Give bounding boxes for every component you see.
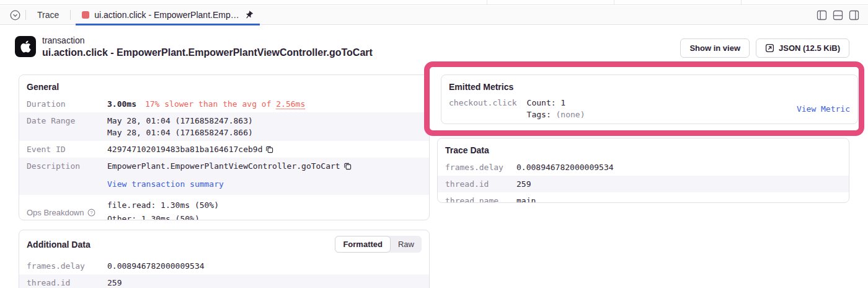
duration-number: 3.00ms (107, 99, 136, 109)
dock-right-button[interactable] (849, 10, 859, 20)
page-title: ui.action.click - EmpowerPlant.EmpowerPl… (42, 47, 373, 58)
toggle-raw-button[interactable]: Raw (391, 236, 422, 253)
metric-tags-value: (none) (556, 110, 585, 119)
copy-icon[interactable] (343, 162, 352, 170)
row-event-id: Event ID 429747102019483ba81ba164617ceb9… (19, 141, 429, 158)
event-id-value: 429747102019483ba81ba164617ceb9d (107, 143, 273, 155)
chevron-down-circle-icon (10, 10, 20, 20)
row-description: Description EmpowerPlant.EmpowerPlantVie… (19, 158, 429, 195)
dock-bottom-button[interactable] (833, 10, 843, 20)
general-section: General Duration 3.00ms17% slower than t… (19, 74, 430, 220)
top-panel-edge (0, 0, 868, 5)
column-divider (487, 0, 487, 5)
description-text: EmpowerPlant.EmpowerPlantViewController.… (107, 161, 340, 171)
drawer-tab-bar: Trace ui.action.click - EmpowerPlant.Emp… (0, 6, 868, 25)
table-row: thread.id 259 (438, 176, 849, 192)
tab-transaction[interactable]: ui.action.click - EmpowerPlant.Emp… (76, 6, 259, 25)
additional-data-section: Additional Data Formatted Raw frames.del… (19, 230, 430, 288)
metric-tags: Tags: (none) (527, 109, 585, 120)
event-type-label: transaction (42, 35, 373, 45)
emitted-metrics-section: Emitted Metrics checkout.click Count: 1 … (441, 74, 858, 124)
column-divider (741, 0, 742, 5)
layout-bottom-icon (833, 10, 843, 20)
column-divider (614, 0, 614, 5)
tab-divider (25, 10, 26, 20)
table-row: frames.delay 0.008946782000009534 (438, 159, 849, 176)
toggle-formatted-button[interactable]: Formatted (335, 236, 391, 253)
json-download-button[interactable]: JSON (12.5 KiB) (756, 38, 849, 58)
platform-apple-icon (15, 36, 36, 57)
dock-left-button[interactable] (817, 10, 827, 20)
layout-right-icon (849, 10, 859, 20)
duration-comparison: 17% slower than the avg of 2.56ms (145, 99, 305, 109)
svg-text:?: ? (90, 210, 92, 215)
row-duration: Duration 3.00ms17% slower than the avg o… (19, 96, 429, 112)
json-button-label: JSON (12.5 KiB) (779, 43, 840, 53)
metric-count: Count: 1 (527, 97, 585, 109)
additional-data-title: Additional Data (27, 240, 91, 250)
row-value: 0.008946782000009534 (516, 161, 614, 173)
tab-divider (70, 10, 71, 20)
emitted-metrics-title: Emitted Metrics (441, 75, 857, 96)
pin-icon[interactable] (244, 11, 254, 20)
transaction-type-dot (82, 11, 89, 19)
help-icon[interactable]: ? (87, 209, 95, 217)
tab-transaction-label: ui.action.click - EmpowerPlant.Emp… (94, 10, 239, 20)
show-in-view-button[interactable]: Show in view (680, 38, 750, 58)
copy-icon[interactable] (265, 145, 273, 153)
layout-left-icon (817, 10, 827, 20)
metric-row: checkout.click Count: 1 Tags: (none) Vie… (441, 96, 857, 124)
table-row: thread.id 259 (19, 274, 429, 288)
date-range-start: May 28, 01:04 (1716858247.863) (107, 115, 253, 127)
row-value: 259 (516, 178, 531, 190)
view-transaction-summary-link[interactable]: View transaction summary (107, 178, 352, 190)
collapse-drawer-button[interactable] (10, 10, 20, 20)
row-key: frames.delay (27, 260, 107, 272)
date-range-value: May 28, 01:04 (1716858247.863) May 28, 0… (107, 115, 253, 138)
duration-value: 3.00ms17% slower than the avg of 2.56ms (107, 98, 305, 110)
row-key: thread.id (27, 277, 107, 288)
row-key: frames.delay (445, 161, 516, 173)
metric-name: checkout.click (449, 97, 517, 109)
description-key: Description (27, 160, 107, 190)
table-row: thread.name main (438, 192, 849, 203)
description-value: EmpowerPlant.EmpowerPlantViewController.… (107, 160, 352, 190)
event-id-key: Event ID (27, 143, 107, 155)
ops-line-file-read: file.read: 1.30ms (50%) (107, 199, 219, 212)
ops-line-other: Other: 1.30ms (50%) (107, 212, 219, 220)
row-ops-breakdown: Ops Breakdown ? file.read: 1.30ms (50%) … (19, 195, 429, 220)
avg-duration[interactable]: 2.56ms (276, 99, 305, 109)
date-range-end: May 28, 01:04 (1716858247.866) (107, 127, 253, 138)
row-value: 259 (107, 277, 122, 288)
trace-data-section: Trace Data frames.delay 0.00894678200000… (437, 138, 849, 203)
format-toggle: Formatted Raw (335, 236, 422, 253)
duration-key: Duration (27, 98, 107, 110)
table-row: frames.delay 0.008946782000009534 (19, 258, 429, 274)
ops-breakdown-key: Ops Breakdown ? (27, 207, 107, 218)
external-link-icon (765, 43, 774, 53)
row-key: thread.name (445, 195, 516, 203)
view-metric-link[interactable]: View Metric (797, 103, 850, 115)
show-in-view-label: Show in view (689, 43, 740, 53)
row-value: main (516, 195, 536, 203)
ops-breakdown-value: file.read: 1.30ms (50%) Other: 1.30ms (5… (107, 199, 219, 220)
date-range-key: Date Range (27, 115, 107, 138)
metric-details: Count: 1 Tags: (none) (527, 97, 585, 120)
general-title: General (19, 75, 429, 96)
row-key: thread.id (445, 178, 516, 190)
tab-trace[interactable]: Trace (31, 6, 65, 25)
row-value: 0.008946782000009534 (107, 260, 205, 272)
ops-breakdown-label: Ops Breakdown (27, 207, 84, 218)
trace-data-title: Trace Data (438, 138, 849, 159)
row-date-range: Date Range May 28, 01:04 (1716858247.863… (19, 112, 429, 141)
